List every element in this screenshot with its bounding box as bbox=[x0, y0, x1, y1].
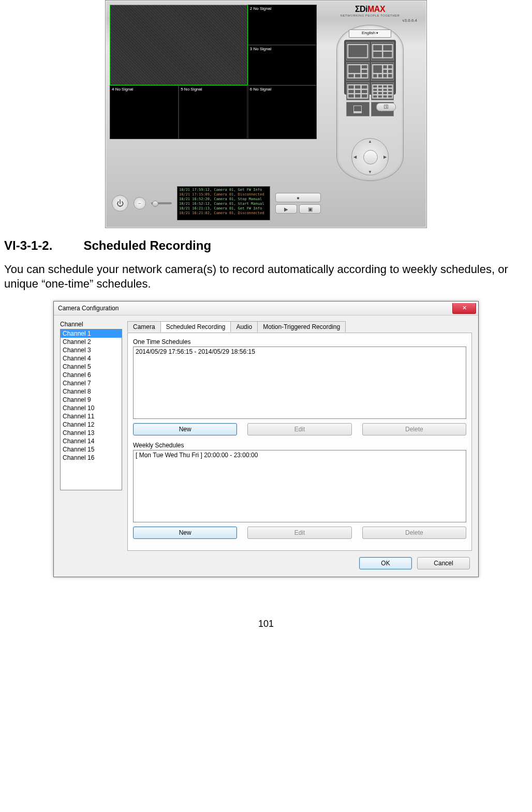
channel-item[interactable]: Channel 6 bbox=[61, 371, 122, 379]
weekly-edit-button[interactable]: Edit bbox=[247, 527, 351, 539]
channel-item[interactable]: Channel 8 bbox=[61, 387, 122, 396]
layout-option-5[interactable] bbox=[346, 82, 370, 101]
one-time-entry[interactable]: 2014/05/29 17:56:15 - 2014/05/29 18:56:1… bbox=[136, 348, 464, 355]
cell-label: 5 No Signal bbox=[179, 86, 247, 93]
cell-label: 6 No Signal bbox=[248, 86, 316, 93]
page-number: 101 bbox=[0, 619, 532, 629]
section-paragraph: You can schedule your network camera(s) … bbox=[0, 258, 532, 301]
cancel-button[interactable]: Cancel bbox=[417, 557, 470, 569]
log-line: 10/21 16:21:13, Camera 01, Get FW Info bbox=[179, 206, 268, 211]
brand-tagline: NETWORKING PEOPLE TOGETHER bbox=[321, 14, 419, 17]
svg-rect-27 bbox=[354, 94, 361, 98]
power-icon: ⏻ bbox=[116, 199, 124, 207]
ok-button[interactable]: OK bbox=[359, 557, 412, 569]
camera-cell-6[interactable]: 6 No Signal bbox=[248, 85, 317, 139]
close-button[interactable]: ✕ bbox=[452, 303, 476, 314]
layout-option-1[interactable] bbox=[346, 42, 370, 61]
language-select[interactable]: English bbox=[349, 29, 391, 38]
tab-audio[interactable]: Audio bbox=[230, 321, 258, 332]
section-heading: VI-3-1-2. Scheduled Recording bbox=[0, 238, 532, 258]
layout-option-6[interactable] bbox=[371, 82, 394, 101]
camera-cell-5[interactable]: 5 No Signal bbox=[179, 85, 247, 139]
lock-button[interactable]: ⚿ bbox=[376, 103, 396, 111]
record-button[interactable]: ● bbox=[275, 193, 321, 202]
weekly-label: Weekly Schedules bbox=[133, 442, 466, 449]
viewer-app-window: 2 No Signal 3 No Signal 4 No Signal 5 No… bbox=[105, 0, 427, 228]
layout-option-4[interactable] bbox=[371, 62, 394, 81]
tab-camera[interactable]: Camera bbox=[127, 321, 161, 332]
camera-config-dialog: Camera Configuration ✕ Channel Channel 1… bbox=[53, 301, 479, 577]
svg-rect-22 bbox=[361, 85, 368, 89]
channel-list[interactable]: Channel 1 Channel 2 Channel 3 Channel 4 … bbox=[60, 329, 122, 490]
channel-item[interactable]: Channel 13 bbox=[61, 429, 122, 437]
channel-item[interactable]: Channel 3 bbox=[61, 346, 122, 354]
section-title: Scheduled Recording bbox=[83, 238, 211, 253]
channel-item[interactable]: Channel 9 bbox=[61, 396, 122, 404]
camera-cell-4[interactable]: 4 No Signal bbox=[110, 85, 179, 139]
log-line: 10/21 17:59:12, Camera 01, Get FW Info bbox=[179, 188, 268, 192]
arrow-up-icon: ▲ bbox=[368, 139, 372, 144]
channel-item[interactable]: Channel 4 bbox=[61, 354, 122, 363]
arrow-left-icon: ◀ bbox=[353, 155, 357, 159]
svg-rect-6 bbox=[361, 65, 368, 69]
ptz-dpad[interactable]: ▲ ▼ ◀ ▶ bbox=[351, 138, 389, 175]
svg-rect-1 bbox=[373, 44, 382, 51]
brand-text-a: ΣDi bbox=[355, 5, 367, 13]
weekly-delete-button[interactable]: Delete bbox=[362, 527, 466, 539]
svg-rect-25 bbox=[361, 89, 368, 94]
svg-rect-2 bbox=[382, 44, 392, 51]
arrow-right-icon: ▶ bbox=[383, 155, 387, 159]
tab-scheduled-recording[interactable]: Scheduled Recording bbox=[160, 321, 231, 332]
channel-item[interactable]: Channel 16 bbox=[61, 454, 122, 462]
config-tabs: Camera Scheduled Recording Audio Motion-… bbox=[127, 321, 472, 332]
channel-item[interactable]: Channel 2 bbox=[61, 338, 122, 346]
cell-label: 3 No Signal bbox=[248, 46, 316, 53]
channel-item[interactable]: Channel 10 bbox=[61, 404, 122, 412]
channel-item[interactable]: Channel 5 bbox=[61, 363, 122, 371]
svg-rect-16 bbox=[373, 73, 378, 78]
layout-option-2[interactable] bbox=[371, 42, 394, 61]
weekly-new-button[interactable]: New bbox=[133, 527, 237, 539]
side-panel: ΣDiMAX NETWORKING PEOPLE TOGETHER v3.0.6… bbox=[321, 5, 419, 181]
svg-rect-28 bbox=[361, 94, 368, 98]
one-time-edit-button[interactable]: Edit bbox=[247, 423, 351, 435]
channel-item[interactable]: Channel 15 bbox=[61, 445, 122, 454]
power-button[interactable]: ⏻ bbox=[112, 195, 128, 212]
channel-item[interactable]: Channel 11 bbox=[61, 412, 122, 420]
weekly-entry[interactable]: [ Mon Tue Wed Thu Fri ] 20:00:00 - 23:00… bbox=[136, 452, 464, 459]
svg-rect-41 bbox=[373, 95, 378, 98]
one-time-delete-button[interactable]: Delete bbox=[362, 423, 466, 435]
tab-motion-triggered[interactable]: Motion-Triggered Recording bbox=[257, 321, 346, 332]
arrow-down-icon: ▼ bbox=[368, 170, 372, 174]
channel-item[interactable]: Channel 14 bbox=[61, 437, 122, 445]
channel-item[interactable]: Channel 7 bbox=[61, 379, 122, 387]
one-time-new-button[interactable]: New bbox=[133, 423, 237, 435]
one-time-list[interactable]: 2014/05/29 17:56:15 - 2014/05/29 18:56:1… bbox=[133, 347, 466, 419]
layout-option-3[interactable] bbox=[346, 62, 370, 81]
svg-rect-19 bbox=[387, 73, 392, 78]
event-log: 10/21 17:59:12, Camera 01, Get FW Info 1… bbox=[177, 186, 270, 220]
brand-logo: ΣDiMAX NETWORKING PEOPLE TOGETHER bbox=[321, 5, 419, 17]
svg-rect-18 bbox=[382, 73, 388, 78]
camera-cell-3[interactable]: 3 No Signal bbox=[248, 45, 317, 85]
camera-icon: ▣ bbox=[308, 206, 313, 212]
camera-cell-1[interactable] bbox=[110, 5, 248, 85]
dialog-titlebar: Camera Configuration ✕ bbox=[54, 302, 478, 315]
svg-rect-23 bbox=[348, 89, 354, 94]
svg-rect-10 bbox=[361, 73, 368, 78]
weekly-list[interactable]: [ Mon Tue Wed Thu Fri ] 20:00:00 - 23:00… bbox=[133, 450, 466, 522]
play-button[interactable]: ▶ bbox=[275, 204, 297, 214]
svg-rect-4 bbox=[382, 51, 392, 58]
channel-item[interactable]: Channel 12 bbox=[61, 420, 122, 429]
cell-label: 2 No Signal bbox=[248, 5, 316, 12]
channel-item[interactable]: Channel 1 bbox=[61, 329, 122, 338]
one-time-label: One Time Schedules bbox=[133, 338, 466, 345]
save-layout-button[interactable] bbox=[346, 102, 370, 116]
log-line: 10/21 16:52:20, Camera 01, Stop Manual bbox=[179, 197, 268, 202]
snapshot-button[interactable]: ▣ bbox=[299, 204, 321, 214]
dpad-center-button[interactable] bbox=[363, 150, 378, 164]
minus-button[interactable]: − bbox=[134, 197, 146, 209]
version-label: v3.0.6.4 bbox=[321, 18, 417, 23]
zoom-slider[interactable] bbox=[151, 202, 172, 204]
camera-cell-2[interactable]: 2 No Signal bbox=[248, 5, 317, 45]
